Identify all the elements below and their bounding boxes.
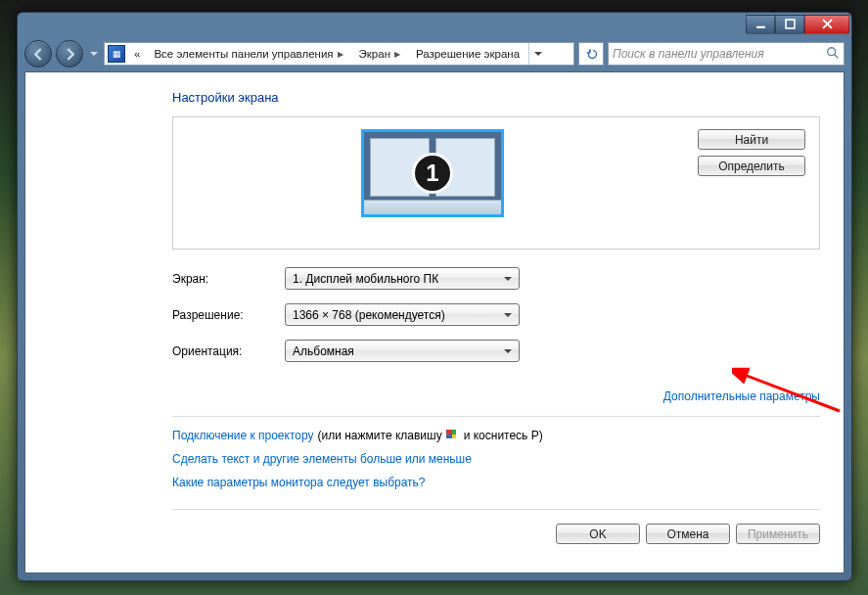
identify-button[interactable]: Определить (698, 156, 805, 176)
svg-line-3 (835, 54, 839, 58)
breadcrumb-label: Разрешение экрана (416, 48, 520, 60)
window-frame: ▦ « Все элементы панели управления ▶ Экр… (17, 12, 852, 581)
chevron-down-icon (501, 347, 515, 355)
display-value: 1. Дисплей мобильного ПК (293, 272, 438, 286)
detect-button[interactable]: Найти (698, 129, 805, 150)
refresh-button[interactable] (578, 42, 604, 66)
projector-hint-b: и коснитесь P) (464, 429, 543, 442)
search-placeholder: Поиск в панели управления (613, 47, 764, 61)
cancel-button[interactable]: Отмена (646, 524, 730, 544)
resolution-value: 1366 × 768 (рекомендуется) (293, 308, 445, 322)
breadcrumb-label: Экран (359, 48, 390, 60)
projector-link[interactable]: Подключение к проектору (172, 429, 314, 442)
chevron-down-icon (501, 275, 515, 283)
dialog-footer: OK Отмена Применить (172, 509, 820, 544)
orientation-select[interactable]: Альбомная (285, 340, 520, 362)
ok-button[interactable]: OK (556, 524, 640, 544)
chevron-down-icon (501, 311, 515, 319)
titlebar (18, 13, 851, 38)
orientation-value: Альбомная (293, 344, 354, 358)
page-title: Настройки экрана (172, 90, 820, 105)
control-panel-icon: ▦ (108, 45, 125, 63)
search-input[interactable]: Поиск в панели управления (608, 42, 845, 66)
breadcrumb-item[interactable]: Все элементы панели управления ▶ (149, 43, 349, 65)
monitor-preview-box: 1 Найти Определить (172, 116, 820, 250)
history-dropdown[interactable] (87, 43, 100, 65)
display-select[interactable]: 1. Дисплей мобильного ПК (285, 267, 520, 290)
maximize-button[interactable] (775, 15, 804, 34)
separator (172, 416, 820, 417)
back-button[interactable] (24, 40, 52, 68)
breadcrumb-item[interactable]: Разрешение экрана (411, 43, 525, 65)
forward-button[interactable] (56, 40, 83, 68)
apply-button[interactable]: Применить (736, 524, 820, 544)
address-dropdown[interactable] (528, 43, 546, 65)
display-label: Экран: (172, 272, 285, 286)
close-button[interactable] (804, 15, 849, 34)
content-area: Настройки экрана 1 Найти Определить Экра… (24, 71, 845, 573)
navigation-row: ▦ « Все элементы панели управления ▶ Экр… (24, 38, 845, 69)
chevron-right-icon: ▶ (394, 50, 400, 59)
svg-point-2 (828, 47, 836, 55)
which-settings-link[interactable]: Какие параметры монитора следует выбрать… (172, 476, 426, 489)
breadcrumb-prefix: « (129, 43, 145, 65)
chevron-right-icon: ▶ (338, 50, 343, 59)
text-size-link[interactable]: Сделать текст и другие элементы больше и… (172, 452, 472, 466)
search-icon (826, 46, 840, 63)
settings-form: Экран: 1. Дисплей мобильного ПК Разрешен… (172, 267, 820, 362)
address-bar[interactable]: ▦ « Все элементы панели управления ▶ Экр… (104, 42, 574, 66)
breadcrumb-label: Все элементы панели управления (154, 48, 333, 60)
projector-hint-a: (или нажмите клавишу (318, 429, 442, 442)
monitor-thumbnail[interactable]: 1 (361, 129, 504, 217)
windows-key-icon (446, 430, 460, 441)
orientation-label: Ориентация: (172, 344, 285, 358)
monitor-number-badge: 1 (412, 153, 453, 194)
svg-rect-0 (756, 26, 765, 28)
svg-rect-1 (786, 20, 795, 28)
advanced-settings-link[interactable]: Дополнительные параметры (663, 389, 820, 403)
resolution-select[interactable]: 1366 × 768 (рекомендуется) (285, 303, 520, 326)
minimize-button[interactable] (746, 15, 775, 34)
breadcrumb-item[interactable]: Экран ▶ (354, 43, 407, 65)
resolution-label: Разрешение: (172, 308, 285, 322)
